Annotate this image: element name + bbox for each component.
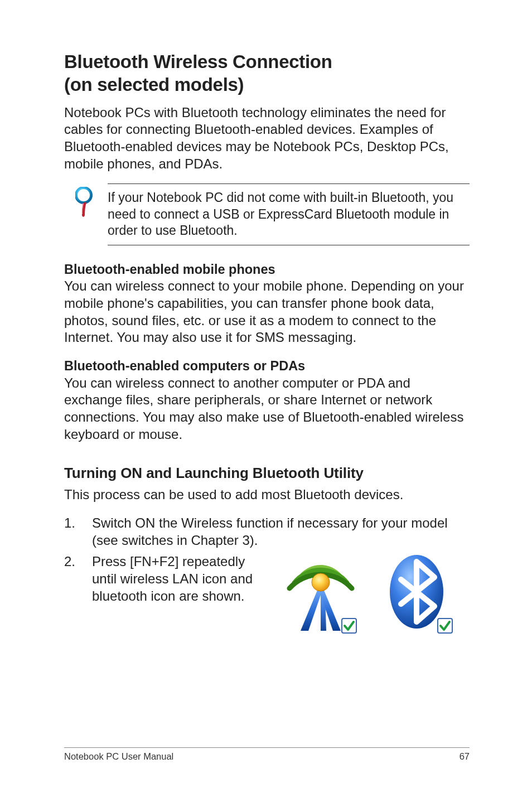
step-2-text: Press [FN+F2] repeatedly until wireless …: [92, 553, 259, 605]
bluetooth-icon: [383, 552, 456, 639]
svg-point-0: [76, 188, 91, 203]
page-footer: Notebook PC User Manual 67: [64, 747, 470, 762]
title-line-2: (on selected models): [64, 74, 244, 95]
step-2: 2. Press [FN+F2] repeatedly until wirele…: [64, 553, 470, 639]
paragraph-mobile-phones: You can wireless connect to your mobile …: [64, 278, 470, 346]
subhead-mobile-phones: Bluetooth-enabled mobile phones: [64, 261, 470, 278]
section-lead: This process can be used to add most Blu…: [64, 486, 470, 504]
subhead-computers-pdas: Bluetooth-enabled computers or PDAs: [64, 357, 470, 375]
intro-paragraph: Notebook PCs with Bluetooth technology e…: [64, 104, 470, 173]
step-2-icons: [282, 552, 456, 639]
footer-manual-title: Notebook PC User Manual: [64, 751, 173, 762]
step-2-number: 2.: [64, 553, 75, 570]
note-text: If your Notebook PC did not come with bu…: [108, 183, 470, 245]
page-title: Bluetooth Wireless Connection (on select…: [64, 50, 470, 96]
svg-point-1: [312, 573, 330, 591]
title-line-1: Bluetooth Wireless Connection: [64, 51, 332, 72]
section-heading-bluetooth-utility: Turning ON and Launching Bluetooth Utili…: [64, 465, 470, 482]
step-1-number: 1.: [64, 514, 75, 549]
steps-list: 1. Switch ON the Wireless function if ne…: [64, 514, 470, 639]
wireless-antenna-icon: [282, 552, 360, 639]
step-1: 1. Switch ON the Wireless function if ne…: [64, 514, 470, 549]
note-callout: If your Notebook PC did not come with bu…: [75, 183, 470, 245]
footer-page-number: 67: [460, 751, 470, 762]
paragraph-computers-pdas: You can wireless connect to another comp…: [64, 375, 470, 443]
step-1-text: Switch ON the Wireless function if neces…: [92, 514, 470, 549]
magnifier-icon: [75, 187, 95, 221]
